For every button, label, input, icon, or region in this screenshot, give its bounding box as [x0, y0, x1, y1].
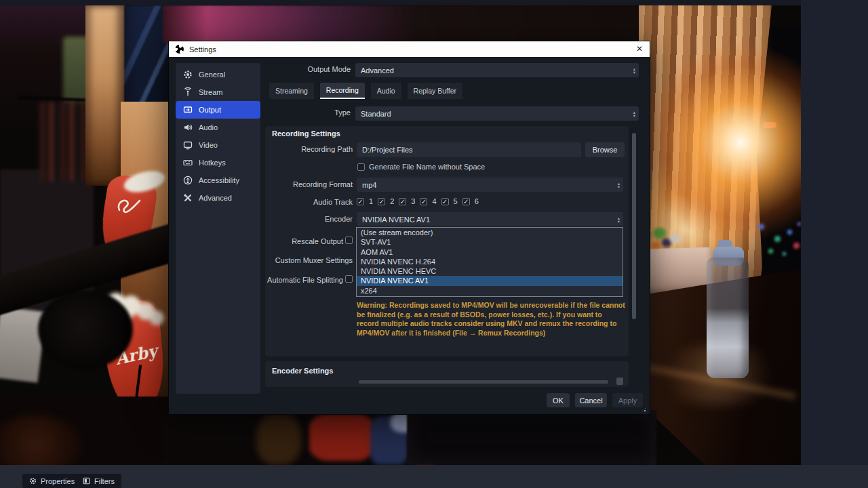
properties-button[interactable]: Properties [22, 474, 81, 488]
scene-person-arm [256, 413, 301, 465]
audio-track-2-checkbox[interactable]: ✓ [378, 198, 385, 205]
cancel-button[interactable]: Cancel [575, 393, 607, 407]
encoder-option[interactable]: NVIDIA NVENC HEVC [357, 266, 623, 276]
sidebar-label: Accessibility [199, 176, 239, 184]
filter-icon [83, 477, 90, 485]
sidebar-label: Hotkeys [199, 159, 226, 167]
sidebar-label: Output [199, 106, 221, 114]
output-tabs: Streaming Recording Audio Replay Buffer [269, 83, 462, 99]
spinner-icon[interactable]: ▴▾ [618, 178, 620, 192]
sidebar-item-advanced[interactable]: Advanced [176, 189, 260, 207]
generate-filename-label[interactable]: Generate File Name without Space [369, 163, 485, 171]
recording-format-value: mp4 [362, 181, 376, 189]
scene-purple-wall [163, 5, 654, 43]
type-select[interactable]: Standard ▴▾ [355, 106, 639, 121]
encoder-option[interactable]: NVIDIA NVENC H.264 [357, 257, 623, 266]
sidebar-label: Stream [199, 88, 222, 96]
scene-bokeh-lights [758, 224, 764, 230]
rescale-output-label: Rescale Output [265, 237, 343, 245]
tab-recording[interactable]: Recording [320, 83, 365, 99]
spinner-icon[interactable]: ▴▾ [633, 106, 635, 121]
filters-button[interactable]: Filters [76, 474, 121, 488]
gear-icon [29, 477, 37, 485]
sidebar-label: General [199, 70, 225, 79]
encoder-option[interactable]: SVT-AV1 [357, 237, 623, 247]
dialog-titlebar[interactable]: Settings ✕ [169, 41, 650, 57]
rescale-output-checkbox[interactable] [345, 237, 353, 244]
ok-button[interactable]: OK [547, 393, 570, 407]
auto-file-splitting-label: Automatic File Splitting [265, 276, 343, 284]
auto-file-splitting-checkbox[interactable] [345, 275, 353, 283]
scene-mic-mount [38, 290, 133, 369]
audio-track-row: ✓ 1 ✓ 2 ✓ 3 ✓ 4 ✓ 5 ✓ 6 [357, 197, 479, 205]
sidebar-item-output[interactable]: Output [176, 101, 260, 119]
sidebar-item-video[interactable]: Video [176, 136, 260, 154]
settings-dialog: Settings ✕ General Stream Output Audio [168, 41, 650, 415]
encoder-option[interactable]: AOM AV1 [357, 247, 623, 257]
audio-track-4-checkbox[interactable]: ✓ [420, 198, 427, 205]
encoder-value: NVIDIA NVENC AV1 [362, 216, 430, 224]
type-value: Standard [361, 110, 391, 118]
recording-path-input[interactable]: D:/Project Files [357, 142, 581, 157]
recording-path-label: Recording Path [265, 145, 353, 153]
audio-track-3-label[interactable]: 3 [411, 197, 415, 205]
horizontal-scrollbar[interactable] [359, 380, 608, 384]
scene-water-bottle [707, 258, 749, 378]
section-title: Recording Settings [272, 129, 340, 138]
mp4-warning-text: Warning: Recordings saved to MP4/MOV wil… [357, 301, 625, 338]
audio-track-2-label[interactable]: 2 [390, 197, 394, 205]
dialog-title: Settings [189, 45, 216, 54]
audio-track-5-label[interactable]: 5 [454, 197, 458, 205]
output-mode-label: Output Mode [256, 65, 351, 73]
spinner-icon[interactable]: ▴▾ [633, 63, 635, 77]
audio-track-1-label[interactable]: 1 [369, 197, 373, 205]
generate-filename-checkbox[interactable] [357, 163, 365, 171]
sidebar-item-general[interactable]: General [176, 66, 260, 83]
close-icon[interactable]: ✕ [629, 41, 650, 57]
tools-icon [183, 193, 193, 203]
sidebar-label: Audio [199, 123, 218, 131]
audio-track-label: Audio Track [265, 198, 353, 206]
sidebar-item-accessibility[interactable]: Accessibility [176, 171, 260, 189]
keyboard-icon [183, 158, 193, 167]
scene-stocking-squiggle [114, 194, 144, 217]
encoder-option[interactable]: x264 [357, 286, 623, 296]
audio-track-6-checkbox[interactable]: ✓ [462, 198, 470, 205]
apply-button[interactable]: Apply [612, 393, 643, 407]
tab-replay-buffer[interactable]: Replay Buffer [408, 83, 462, 99]
section-title: Encoder Settings [272, 367, 333, 375]
sidebar-item-hotkeys[interactable]: Hotkeys [176, 154, 260, 171]
audio-track-3-checkbox[interactable]: ✓ [399, 198, 406, 205]
sidebar-item-audio[interactable]: Audio [176, 119, 260, 136]
sidebar-item-stream[interactable]: Stream [176, 83, 260, 101]
browse-button[interactable]: Browse [585, 142, 625, 157]
scene-shirt-red [309, 413, 375, 461]
recording-settings-group: Recording Settings Recording Path D:/Pro… [265, 126, 629, 357]
output-mode-select[interactable]: Advanced ▴▾ [355, 63, 639, 77]
encoder-select[interactable]: NVIDIA NVENC AV1 ▴▾ [357, 212, 623, 226]
custom-muxer-label: Custom Muxer Settings [265, 256, 353, 264]
recording-format-select[interactable]: mp4 ▴▾ [357, 178, 623, 192]
recording-format-label: Recording Format [265, 180, 353, 188]
scene-dark-fabric [407, 411, 656, 465]
spinner-icon[interactable]: ▴▾ [618, 212, 620, 226]
speaker-icon [183, 123, 193, 132]
audio-track-1-checkbox[interactable]: ✓ [357, 198, 364, 205]
encoder-option[interactable]: (Use stream encoder) [357, 228, 623, 237]
tab-streaming[interactable]: Streaming [269, 83, 314, 99]
scene-curtain-clip [763, 122, 776, 128]
display-icon [183, 140, 193, 150]
properties-label: Properties [41, 477, 75, 485]
resize-grip[interactable] [641, 407, 647, 413]
vertical-scrollbar[interactable] [632, 133, 636, 319]
audio-track-6-label[interactable]: 6 [475, 197, 479, 205]
encoder-option-selected[interactable]: NVIDIA NVENC AV1 [357, 276, 623, 285]
tab-audio[interactable]: Audio [371, 83, 401, 99]
audio-track-5-checkbox[interactable]: ✓ [441, 198, 449, 205]
filters-label: Filters [94, 477, 115, 485]
output-mode-value: Advanced [361, 66, 394, 75]
settings-sidebar: General Stream Output Audio Video Hotkey… [176, 63, 260, 394]
audio-track-4-label[interactable]: 4 [432, 197, 436, 205]
scrollbar-corner [616, 378, 623, 385]
app-right-gutter [801, 0, 868, 465]
